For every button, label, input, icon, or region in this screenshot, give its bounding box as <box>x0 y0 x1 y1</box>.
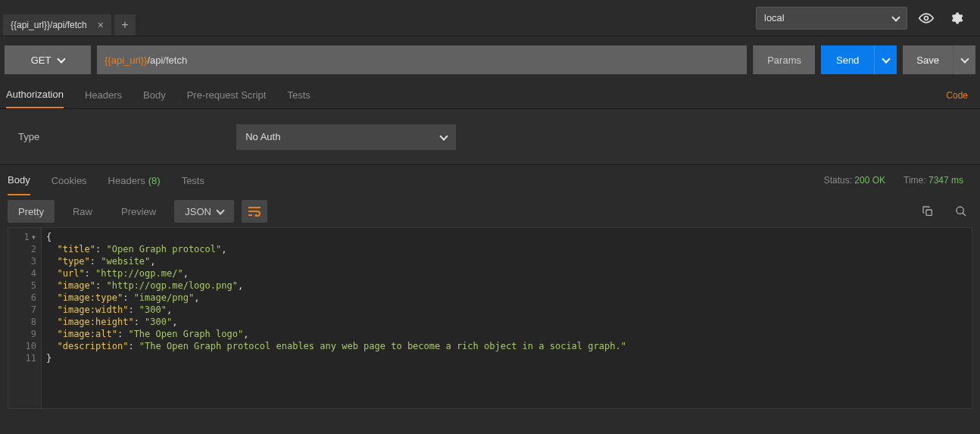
tab-label: {{api_url}}/api/fetch <box>11 20 87 30</box>
type-label: Type <box>18 131 39 142</box>
headers-count: (8) <box>148 175 161 186</box>
environment-label: local <box>764 12 785 23</box>
request-row: GET {{api_url}}/api/fetch Params Send Sa… <box>5 45 975 74</box>
tab-body[interactable]: Body <box>143 82 166 108</box>
search-icon[interactable] <box>950 200 972 223</box>
title-bar: {{api_url}}/api/fetch × + local <box>0 0 980 36</box>
chevron-down-icon <box>960 55 969 63</box>
authorization-panel: Type No Auth <box>0 109 980 165</box>
response-tab-body[interactable]: Body <box>8 165 30 195</box>
chevron-down-icon <box>440 132 448 140</box>
auth-selected: No Auth <box>245 131 280 142</box>
response-tabs: Body Cookies Headers (8) Tests Status: 2… <box>0 165 980 195</box>
chevron-down-icon <box>58 55 66 63</box>
svg-rect-1 <box>926 210 932 215</box>
wrap-lines-button[interactable] <box>242 200 267 223</box>
close-icon[interactable]: × <box>98 19 104 31</box>
tab-strip: {{api_url}}/api/fetch × + <box>0 0 136 36</box>
url-input[interactable]: {{api_url}}/api/fetch <box>97 45 747 74</box>
save-dropdown[interactable] <box>953 45 975 74</box>
url-path: /api/fetch <box>147 55 187 66</box>
tab-tests[interactable]: Tests <box>287 82 310 108</box>
url-variable: {{api_url}} <box>105 55 147 66</box>
request-tabs: Authorization Headers Body Pre-request S… <box>0 82 980 109</box>
tab-headers[interactable]: Headers <box>85 82 122 108</box>
response-tab-tests[interactable]: Tests <box>182 165 204 195</box>
new-tab-button[interactable]: + <box>114 14 136 36</box>
auth-type-select[interactable]: No Auth <box>236 124 456 150</box>
params-button[interactable]: Params <box>753 45 815 74</box>
format-select[interactable]: JSON <box>174 200 234 223</box>
save-button-group: Save <box>903 45 975 74</box>
view-raw[interactable]: Raw <box>62 200 103 223</box>
tab-prerequest[interactable]: Pre-request Script <box>187 82 267 108</box>
view-pretty[interactable]: Pretty <box>8 200 55 223</box>
response-status: Status: 200 OK Time: 7347 ms <box>824 175 972 186</box>
status-value: 200 OK <box>854 175 885 186</box>
send-dropdown[interactable] <box>874 45 897 74</box>
code-link[interactable]: Code <box>946 90 974 101</box>
response-tab-cookies[interactable]: Cookies <box>51 165 87 195</box>
response-view-toolbar: Pretty Raw Preview JSON <box>0 195 980 227</box>
chevron-down-icon <box>891 13 900 21</box>
method-select[interactable]: GET <box>5 45 91 74</box>
copy-icon[interactable] <box>916 200 939 223</box>
gear-icon[interactable] <box>945 7 968 30</box>
top-right-controls: local <box>756 7 980 30</box>
chevron-down-icon <box>882 55 890 63</box>
svg-point-2 <box>957 207 963 214</box>
code-content: { "title": "Open Graph protocol", "type"… <box>42 228 631 408</box>
environment-select[interactable]: local <box>756 7 907 30</box>
svg-point-0 <box>925 16 929 20</box>
line-gutter: 1 ▾234567891011 <box>8 228 42 408</box>
request-tab[interactable]: {{api_url}}/api/fetch × <box>3 14 111 36</box>
send-button-group: Send <box>821 45 897 74</box>
tab-authorization[interactable]: Authorization <box>6 82 64 108</box>
method-label: GET <box>31 55 51 66</box>
eye-icon[interactable] <box>915 7 938 30</box>
response-tab-headers[interactable]: Headers (8) <box>108 165 161 195</box>
response-body[interactable]: 1 ▾234567891011 { "title": "Open Graph p… <box>8 227 972 409</box>
chevron-down-icon <box>216 206 224 214</box>
save-button[interactable]: Save <box>903 45 953 74</box>
time-value: 7347 ms <box>929 175 963 186</box>
view-preview[interactable]: Preview <box>111 200 167 223</box>
send-button[interactable]: Send <box>821 45 874 74</box>
